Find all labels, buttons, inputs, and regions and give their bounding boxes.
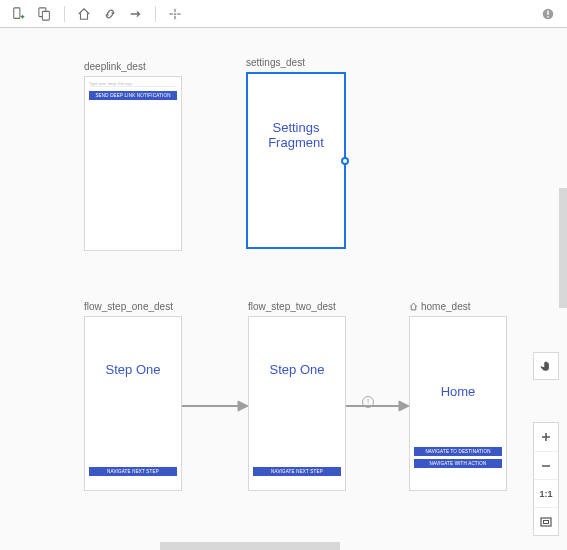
destination-preview-selected[interactable]: Settings Fragment bbox=[246, 72, 346, 249]
zoom-controls: 1:1 bbox=[533, 422, 559, 536]
action-arrow-icon[interactable] bbox=[125, 3, 147, 25]
new-destination-icon[interactable] bbox=[8, 3, 30, 25]
vertical-scrollbar[interactable] bbox=[559, 188, 567, 308]
zoom-fit-button[interactable] bbox=[534, 507, 558, 535]
preview-button: SEND DEEP LINK NOTIFICATION bbox=[89, 91, 177, 100]
destination-label: flow_step_two_dest bbox=[248, 301, 346, 312]
toolbar bbox=[0, 0, 567, 28]
destination-step-one[interactable]: flow_step_one_dest Step One NAVIGATE NEX… bbox=[84, 301, 182, 491]
warning-icon[interactable] bbox=[537, 3, 559, 25]
preview-title: Step One bbox=[249, 361, 345, 376]
zoom-reset-button[interactable]: 1:1 bbox=[534, 479, 558, 507]
zoom-in-button[interactable] bbox=[534, 423, 558, 451]
preview-title: Step One bbox=[85, 361, 181, 376]
destination-preview[interactable]: Step One NAVIGATE NEXT STEP bbox=[248, 316, 346, 491]
horizontal-scrollbar[interactable] bbox=[160, 542, 340, 550]
preview-button: NAVIGATE NEXT STEP bbox=[253, 467, 341, 476]
svg-marker-8 bbox=[238, 401, 248, 411]
svg-rect-6 bbox=[547, 16, 548, 17]
svg-marker-10 bbox=[399, 401, 409, 411]
home-icon[interactable] bbox=[73, 3, 95, 25]
svg-rect-5 bbox=[547, 10, 548, 14]
svg-rect-11 bbox=[541, 518, 551, 526]
destination-preview[interactable]: Type your deep link args SEND DEEP LINK … bbox=[84, 76, 182, 251]
nested-graph-icon[interactable] bbox=[34, 3, 56, 25]
destination-label: home_dest bbox=[409, 301, 507, 312]
destination-home[interactable]: home_dest Home NAVIGATE TO DESTINATION N… bbox=[409, 301, 507, 491]
action-warning-icon: ! bbox=[362, 390, 374, 408]
preview-button: NAVIGATE WITH ACTION bbox=[414, 459, 502, 468]
destination-label: deeplink_dest bbox=[84, 61, 182, 72]
destination-label-text: home_dest bbox=[421, 301, 470, 312]
start-destination-home-icon bbox=[409, 302, 418, 311]
svg-point-3 bbox=[174, 13, 176, 15]
destination-label: flow_step_one_dest bbox=[84, 301, 182, 312]
pan-button[interactable] bbox=[533, 352, 559, 380]
svg-rect-0 bbox=[14, 7, 20, 18]
svg-rect-12 bbox=[544, 520, 549, 523]
toolbar-separator bbox=[64, 6, 65, 22]
preview-button: NAVIGATE NEXT STEP bbox=[89, 467, 177, 476]
zoom-out-button[interactable] bbox=[534, 451, 558, 479]
action-handle[interactable] bbox=[341, 157, 349, 165]
preview-title: Settings Fragment bbox=[248, 120, 344, 150]
auto-arrange-icon[interactable] bbox=[164, 3, 186, 25]
svg-rect-2 bbox=[42, 11, 49, 20]
action-arrow[interactable] bbox=[182, 400, 248, 412]
destination-settings[interactable]: settings_dest Settings Fragment bbox=[246, 57, 346, 249]
deeplink-icon[interactable] bbox=[99, 3, 121, 25]
preview-title: Home bbox=[410, 384, 506, 399]
action-arrow[interactable] bbox=[346, 400, 409, 412]
pan-hand-icon bbox=[539, 359, 553, 373]
preview-input-hint: Type your deep link args bbox=[89, 81, 177, 87]
destination-label: settings_dest bbox=[246, 57, 346, 68]
nav-graph-canvas[interactable]: deeplink_dest Type your deep link args S… bbox=[0, 28, 567, 550]
destination-deeplink[interactable]: deeplink_dest Type your deep link args S… bbox=[84, 61, 182, 251]
destination-step-two[interactable]: flow_step_two_dest Step One NAVIGATE NEX… bbox=[248, 301, 346, 491]
toolbar-separator bbox=[155, 6, 156, 22]
preview-button: NAVIGATE TO DESTINATION bbox=[414, 447, 502, 456]
destination-preview[interactable]: Home NAVIGATE TO DESTINATION NAVIGATE WI… bbox=[409, 316, 507, 491]
destination-preview[interactable]: Step One NAVIGATE NEXT STEP bbox=[84, 316, 182, 491]
